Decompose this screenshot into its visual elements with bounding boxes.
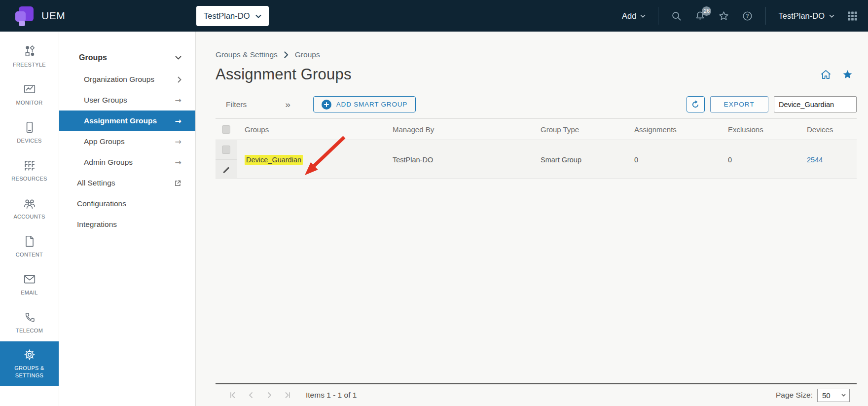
sidebar-item-label: ACCOUNTS	[8, 213, 51, 220]
menu-item-user-groups[interactable]: User Groups →	[59, 90, 195, 111]
menu-item-label: All Settings	[77, 179, 115, 187]
top-bar: UEM TestPlan-DO Add 26 ? TestPlan-DO	[0, 0, 868, 32]
menu-item-label: Configurations	[77, 199, 126, 208]
table-header-row: Groups Managed By Group Type Assignments…	[216, 118, 857, 140]
sidebar-item-accounts[interactable]: ACCOUNTS	[0, 189, 59, 227]
menu-item-assignment-groups[interactable]: Assignment Groups →	[59, 111, 195, 131]
sidebar-item-groups-settings[interactable]: GROUPS & SETTINGS	[0, 341, 59, 386]
arrow-right-icon: →	[175, 96, 181, 105]
chevron-right-icon	[178, 76, 181, 83]
cell-exclusions: 0	[720, 156, 799, 164]
filters-expand-icon[interactable]: »	[285, 100, 290, 109]
sidebar-item-resources[interactable]: RESOURCES	[0, 151, 59, 189]
sidebar-item-email[interactable]: EMAIL	[0, 265, 59, 303]
group-name-link[interactable]: Device_Guardian	[245, 155, 303, 165]
cell-managed-by: TestPlan-DO	[385, 156, 533, 164]
sidebar-item-content[interactable]: CONTENT	[0, 227, 59, 265]
favorite-star-icon[interactable]	[842, 70, 853, 79]
sidebar-item-monitor[interactable]: MONITOR	[0, 75, 59, 113]
select-all-checkbox[interactable]	[222, 125, 230, 134]
devices-icon	[23, 121, 36, 134]
topbar-divider	[658, 7, 658, 25]
accounts-icon	[23, 197, 36, 210]
menu-item-integrations[interactable]: Integrations	[59, 214, 195, 235]
cell-group-type: Smart Group	[533, 156, 626, 164]
breadcrumb-groups-settings[interactable]: Groups & Settings	[216, 50, 278, 59]
sidebar-item-label: TELECOM	[8, 327, 51, 334]
chevron-down-icon	[829, 14, 834, 18]
organization-group-selector-label: TestPlan-DO	[204, 11, 250, 21]
column-header-groups[interactable]: Groups	[237, 125, 385, 134]
list-toolbar: Filters » ADD SMART GROUP EXPORT	[216, 96, 857, 112]
plus-icon	[322, 100, 331, 110]
chevron-down-icon	[841, 394, 846, 397]
account-selector[interactable]: TestPlan-DO	[778, 11, 834, 21]
row-edit-button[interactable]	[216, 160, 237, 179]
groups-settings-menu: Groups Organization Groups User Groups →…	[59, 32, 196, 406]
filters-toggle[interactable]: Filters	[226, 100, 247, 109]
column-header-group-type[interactable]: Group Type	[533, 125, 626, 134]
column-header-managed-by[interactable]: Managed By	[385, 125, 533, 134]
table-row: Device_Guardian TestPlan-DO Smart Group …	[216, 140, 857, 179]
menu-item-all-settings[interactable]: All Settings	[59, 173, 195, 193]
main-content: Groups & Settings Groups Assignment Grou…	[196, 32, 868, 406]
first-page-button[interactable]	[229, 392, 236, 399]
add-menu-label: Add	[622, 11, 636, 21]
refresh-icon	[691, 100, 700, 109]
cell-assignments: 0	[626, 156, 720, 164]
next-page-button[interactable]	[266, 392, 273, 399]
menu-section-label: Groups	[79, 53, 107, 62]
column-header-assignments[interactable]: Assignments	[626, 125, 720, 134]
page-size-value: 50	[822, 391, 831, 400]
add-smart-group-button[interactable]: ADD SMART GROUP	[313, 96, 416, 112]
notifications-bell-icon[interactable]: 26	[694, 10, 706, 22]
favorites-star-icon[interactable]	[718, 10, 729, 22]
menu-section-groups[interactable]: Groups	[59, 46, 195, 69]
content-icon	[23, 235, 36, 248]
menu-item-organization-groups[interactable]: Organization Groups	[59, 69, 195, 90]
gear-icon	[23, 348, 36, 361]
sidebar-item-telecom[interactable]: TELECOM	[0, 303, 59, 341]
previous-page-button[interactable]	[248, 392, 254, 399]
assignment-groups-table: Groups Managed By Group Type Assignments…	[216, 118, 857, 179]
sidebar-item-label: GROUPS & SETTINGS	[8, 365, 51, 379]
column-header-devices[interactable]: Devices	[799, 125, 857, 134]
menu-item-label: Admin Groups	[84, 158, 133, 167]
sidebar-item-label: EMAIL	[8, 289, 51, 296]
organization-group-selector[interactable]: TestPlan-DO	[196, 6, 269, 26]
page-size-select[interactable]: 50	[817, 389, 850, 402]
arrow-right-icon: →	[175, 158, 181, 167]
breadcrumb-groups[interactable]: Groups	[295, 50, 320, 59]
arrow-right-icon: →	[175, 137, 181, 147]
menu-item-admin-groups[interactable]: Admin Groups →	[59, 152, 195, 173]
menu-item-label: User Groups	[84, 96, 127, 105]
sidebar-item-devices[interactable]: DEVICES	[0, 113, 59, 151]
sidebar-item-freestyle[interactable]: FREESTYLE	[0, 37, 59, 75]
items-count-label: Items 1 - 1 of 1	[306, 391, 357, 400]
last-page-button[interactable]	[284, 392, 291, 399]
menu-item-app-groups[interactable]: App Groups →	[59, 131, 195, 152]
devices-count-link[interactable]: 2544	[807, 156, 823, 164]
menu-item-label: App Groups	[84, 137, 125, 146]
pencil-icon	[222, 166, 230, 174]
add-menu[interactable]: Add	[622, 11, 646, 21]
export-button[interactable]: EXPORT	[710, 96, 768, 112]
home-icon[interactable]	[820, 69, 832, 80]
breadcrumb: Groups & Settings Groups	[216, 50, 857, 59]
sidebar-item-label: RESOURCES	[8, 175, 51, 182]
search-icon[interactable]	[671, 10, 682, 22]
list-search-input[interactable]	[774, 96, 857, 112]
menu-item-configurations[interactable]: Configurations	[59, 193, 195, 214]
email-icon	[23, 273, 36, 286]
brand-label: UEM	[41, 10, 65, 22]
app-grid-icon[interactable]	[847, 10, 858, 22]
refresh-button[interactable]	[687, 96, 705, 112]
row-action-gutter	[216, 140, 237, 179]
column-header-exclusions[interactable]: Exclusions	[720, 125, 799, 134]
external-link-icon	[174, 180, 181, 187]
page-title: Assignment Groups	[216, 66, 352, 83]
row-checkbox[interactable]	[222, 146, 230, 154]
help-icon[interactable]: ?	[742, 10, 753, 22]
freestyle-icon	[23, 45, 36, 58]
account-selector-label: TestPlan-DO	[778, 11, 825, 21]
